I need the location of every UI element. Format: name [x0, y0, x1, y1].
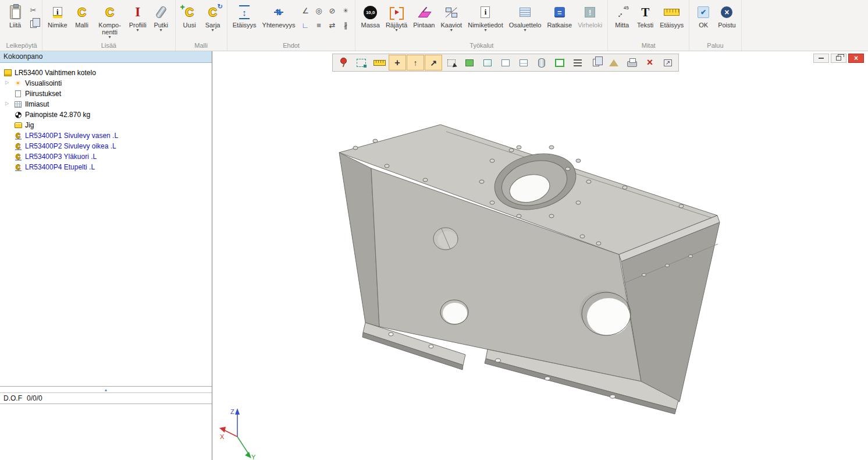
paste-button[interactable]: Liitä [4, 1, 26, 29]
etaisyys-constraint-button[interactable]: Etäisyys [230, 1, 259, 29]
cut-icon[interactable] [27, 5, 39, 15]
massa-button[interactable]: 10,0 Massa [358, 1, 382, 29]
cylinder-icon [538, 58, 545, 68]
etaisyys-measure-button[interactable]: Etäisyys [657, 1, 686, 29]
tree-item-visualisointi[interactable]: Visualisointi [0, 78, 212, 89]
select-solid-button[interactable] [533, 55, 550, 70]
teksti-button[interactable]: Teksti [634, 1, 656, 29]
dropdown-icon[interactable] [484, 29, 486, 33]
shading-button[interactable] [605, 55, 622, 70]
restore-icon [836, 56, 841, 61]
diagrams-icon [446, 8, 457, 17]
expand-icon[interactable] [5, 80, 9, 85]
tree-item-label: Painopiste 42.870 kg [25, 111, 90, 119]
malli-button[interactable]: Malli [71, 1, 93, 29]
select-face-button[interactable] [461, 55, 478, 70]
export-view-button[interactable] [659, 55, 677, 70]
parallel-constraint-icon[interactable] [312, 18, 325, 33]
tree-item-label: Ilmiasut [25, 100, 49, 108]
select-body-button[interactable] [497, 55, 514, 70]
tree-item-part-lr53400p4[interactable]: LR53400P4 Etupelti .L [0, 162, 212, 172]
tree-item-piirustukset[interactable]: Piirustukset [0, 89, 212, 99]
tree-item-part-lr53400p1[interactable]: LR53400P1 Sivulevy vasen .L [0, 130, 212, 141]
pick-face-button[interactable] [425, 55, 442, 70]
tree-item-label: LR53400P1 Sivulevy vasen .L [25, 132, 118, 140]
tree-item-part-lr53400p3[interactable]: LR53400P3 Yläkuori .L [0, 151, 212, 162]
ok-button[interactable]: OK [692, 1, 714, 29]
series-icon [208, 6, 216, 19]
antiparallel-constraint-icon[interactable] [339, 18, 352, 33]
kaaviot-button[interactable]: Kaaviot [438, 1, 464, 34]
virheloki-button[interactable]: Virheloki [575, 1, 604, 29]
model-icon [77, 6, 86, 19]
putki-button[interactable]: Putki [150, 1, 172, 34]
rajayta-button[interactable]: Räjäytä [383, 1, 410, 34]
pick-edge-button[interactable] [407, 55, 424, 70]
komponentti-button[interactable]: Kompo-nentti [94, 1, 126, 41]
select-surface-button[interactable] [479, 55, 496, 70]
tree-root-assembly[interactable]: LR53400 Vaihtimen kotelo [0, 68, 212, 78]
expand-icon[interactable] [5, 101, 9, 106]
assembly-panel: Kokoonpano LR53400 Vaihtimen kotelo Visu… [0, 51, 212, 460]
dropdown-icon[interactable] [212, 29, 214, 33]
visualization-icon [14, 79, 22, 87]
restore-button[interactable] [831, 54, 846, 63]
minimize-button[interactable] [813, 54, 829, 63]
ribbon-group-model: Uusi Sarja Malli [176, 0, 227, 51]
tree-item-jig[interactable]: Jig [0, 120, 212, 130]
copy-icon[interactable] [30, 20, 37, 28]
coincidence-icon [273, 5, 284, 19]
zoom-fit-button[interactable] [353, 55, 370, 70]
mitta-button[interactable]: 45 Mitta [611, 1, 633, 29]
selection-mode-button[interactable] [551, 55, 568, 70]
select-entity-button[interactable] [443, 55, 460, 70]
ratkaise-button[interactable]: Ratkaise [545, 1, 574, 29]
uusi-button[interactable]: Uusi [179, 1, 201, 29]
dropdown-icon[interactable] [109, 36, 111, 40]
model-canvas[interactable]: Z X Y [212, 51, 868, 460]
tree-item-ilmiasut[interactable]: Ilmiasut [0, 99, 212, 109]
error-log-icon [585, 7, 595, 17]
copy-view-button[interactable] [587, 55, 604, 70]
delete-button[interactable] [641, 55, 659, 70]
poistu-button[interactable]: Poistu [716, 1, 738, 29]
angle-constraint-icon[interactable] [298, 3, 312, 18]
exclusion-constraint-icon[interactable] [325, 3, 339, 18]
swap-constraint-icon[interactable] [325, 18, 339, 33]
osaluettelo-button[interactable]: Osaluettelo [507, 1, 544, 34]
part-list-button[interactable] [569, 55, 586, 70]
nimiketiedot-button[interactable]: Nimiketiedot [465, 1, 506, 34]
print-button[interactable] [623, 55, 641, 70]
dropdown-icon[interactable] [396, 29, 398, 33]
close-button[interactable] [848, 54, 864, 63]
dimension-value: 45 [624, 5, 629, 10]
pintaan-button[interactable]: Pintaan [411, 1, 437, 29]
dropdown-icon[interactable] [524, 29, 527, 33]
splitter-handle-icon[interactable] [0, 387, 212, 392]
tree-item-painopiste[interactable]: Painopiste 42.870 kg [0, 109, 212, 120]
perpendicular-constraint-icon[interactable] [298, 18, 312, 33]
ruler-icon [664, 9, 680, 16]
yhtenevyys-button[interactable]: Yhtenevyys [260, 1, 298, 29]
minimize-icon [819, 58, 824, 59]
tree-item-part-lr53400p2[interactable]: LR53400P2 Sivulevy oikea .L [0, 141, 212, 151]
model-viewport[interactable]: Z X Y [212, 51, 868, 460]
concentric-constraint-icon[interactable] [312, 3, 325, 18]
dropdown-icon[interactable] [160, 29, 162, 33]
measure-button[interactable] [371, 55, 388, 70]
zoom-fit-icon [357, 59, 366, 67]
tree-item-label: LR53400P4 Etupelti .L [25, 163, 95, 171]
ok-label: OK [699, 22, 708, 29]
select-component-button[interactable] [515, 55, 532, 70]
component-box-icon [520, 59, 528, 66]
pin-button[interactable] [335, 55, 352, 70]
ruler-icon [373, 60, 386, 66]
pick-point-button[interactable] [389, 55, 406, 70]
dropdown-icon[interactable] [137, 29, 139, 33]
profiili-button[interactable]: Profiili [127, 1, 149, 34]
etaisyys-label: Etäisyys [233, 22, 257, 29]
nimike-button[interactable]: Nimike [45, 1, 70, 29]
dropdown-icon[interactable] [450, 29, 453, 33]
pattern-constraint-icon[interactable] [339, 3, 352, 18]
sarja-button[interactable]: Sarja [202, 1, 224, 34]
